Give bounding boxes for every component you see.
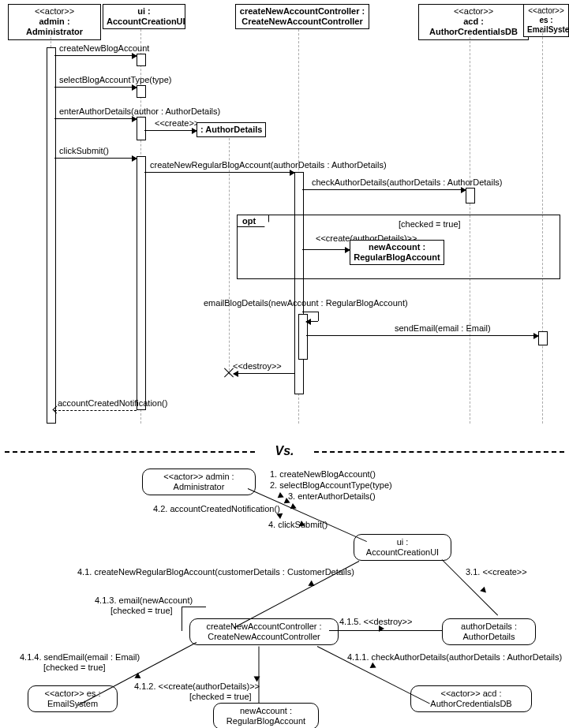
stereotype: <<actor>> [163, 472, 203, 481]
message-label: accountCreatedNotification() [58, 398, 167, 408]
msg-label: 2. selectBlogAccountType(type) [270, 480, 392, 490]
link [329, 630, 442, 631]
object-label: ui : AccountCreationUI [366, 537, 439, 557]
message-label: enterAuthorDetails(author : AuthorDetail… [59, 106, 220, 116]
destroy-icon [223, 367, 235, 379]
stereotype: <<actor>> [45, 689, 84, 698]
msg-label: [checked = true] [43, 663, 106, 672]
msg-label: 4.1.3. email(newAccount) [95, 595, 193, 605]
stereotype: <<actor>> [422, 6, 525, 17]
msg-label: 4.1. createNewRegularBlogAccount(custome… [77, 567, 354, 577]
message-arrow [306, 335, 538, 336]
activation [137, 85, 146, 98]
dir-arrow [254, 677, 260, 682]
msg-label: 3.1. <<create>> [466, 567, 527, 577]
message-arrow [302, 249, 350, 250]
msg-label: 4.2. accountCreatedNotification() [153, 504, 280, 513]
object-label: newAccount : RegularBlogAccount [354, 242, 440, 263]
message-arrow [144, 172, 294, 173]
object-account: newAccount : RegularBlogAccount [213, 703, 319, 728]
message-label: <<destroy>> [233, 361, 282, 371]
created-object-account: newAccount : RegularBlogAccount [350, 240, 444, 265]
message-arrow [54, 158, 137, 159]
activation [137, 117, 146, 140]
object-label: authorDetails : AuthorDetails [461, 622, 517, 641]
message-label: emailBlogDetails(newAccount : RegularBlo… [204, 298, 408, 308]
opt-tab: opt [237, 215, 269, 227]
participant-es: <<actor>> es : EmailSystem [523, 4, 569, 37]
message-label: sendEmail(email : Email) [395, 323, 491, 333]
participant-ui: ui : AccountCreationUI [103, 4, 185, 29]
msg-label: [checked = true] [110, 606, 173, 615]
participant-ctrl: createNewAccountController : CreateNewAc… [235, 4, 369, 29]
object-admin: <<actor>> admin : Administrator [142, 469, 256, 495]
participant-label: admin : Administrator [12, 17, 97, 37]
stereotype: <<actor>> [527, 6, 565, 16]
dir-arrow [370, 663, 378, 670]
msg-label: 3. enterAuthorDetails() [288, 491, 376, 501]
dir-arrow [278, 492, 286, 500]
activation [294, 172, 304, 394]
communication-diagram: <<actor>> admin : Administrator ui : Acc… [0, 465, 569, 728]
message-label: createNewBlogAccount [59, 43, 149, 53]
msg-label: 4.1.4. sendEmail(email : Email) [20, 652, 140, 662]
message-arrow [144, 130, 197, 131]
participant-label: acd : AuthorCredentialsDB [422, 17, 525, 37]
message-label: createNewRegularBlogAccount(authorDetail… [150, 160, 387, 170]
self-call [302, 312, 318, 312]
object-label: : AuthorDetails [200, 125, 262, 135]
object-ui: ui : AccountCreationUI [354, 534, 451, 561]
stereotype: <<actor>> [440, 689, 480, 698]
participant-label: createNewAccountController : CreateNewAc… [239, 6, 365, 27]
object-acd: <<actor>> acd : AuthorCredentialsDB [410, 685, 532, 712]
message-label: selectBlogAccountType(type) [59, 75, 171, 84]
activation [137, 156, 146, 410]
guard-label: [checked = true] [399, 219, 461, 229]
dir-arrow [480, 587, 489, 595]
message-arrow [302, 189, 466, 190]
vs-divider: Vs. [0, 438, 569, 465]
message-arrow [54, 118, 137, 119]
object-label: newAccount : RegularBlogAccount [226, 706, 305, 726]
object-ad: authorDetails : AuthorDetails [442, 618, 536, 645]
link [259, 647, 260, 704]
participant-label: es : EmailSystem [527, 16, 565, 35]
object-label: createNewAccountController : CreateNewAc… [206, 622, 321, 641]
created-object-authordetails: : AuthorDetails [197, 122, 266, 137]
activation [466, 188, 475, 203]
object-es: <<actor>> es : EmailSystem [28, 685, 118, 712]
msg-label: 4. clickSubmit() [268, 520, 328, 529]
msg-label: 4.1.1. checkAuthorDetails(authorDetails … [347, 652, 562, 662]
message-arrow [234, 373, 294, 374]
activation [538, 331, 548, 345]
participant-acd: <<actor>> acd : AuthorCredentialsDB [418, 4, 529, 40]
msg-label: [checked = true] [189, 692, 252, 701]
message-arrow [54, 55, 137, 56]
lifeline [229, 138, 230, 375]
self-call [318, 312, 319, 321]
message-arrow [54, 87, 137, 88]
participant-admin: <<actor>> admin : Administrator [8, 4, 101, 40]
message-label: checkAuthorDetails(authorDetails : Autho… [312, 177, 503, 187]
object-ctrl: createNewAccountController : CreateNewAc… [189, 618, 339, 645]
dir-arrow [379, 625, 384, 632]
divider-line [314, 451, 564, 453]
sequence-diagram: <<actor>> admin : Administrator ui : Acc… [0, 0, 569, 438]
activation [47, 47, 56, 424]
dir-arrow [133, 673, 141, 681]
participant-label: ui : AccountCreationUI [107, 6, 182, 27]
message-label: <<create>> [155, 118, 199, 128]
msg-label: 1. createNewBlogAccount() [270, 469, 376, 479]
stereotype: <<actor>> [12, 6, 97, 17]
message-label: clickSubmit() [59, 146, 109, 155]
msg-label: 4.1.2. <<create(authorDetails)>> [134, 681, 260, 691]
divider-line [5, 451, 255, 453]
self-link [182, 607, 206, 631]
return-arrow [54, 410, 137, 411]
activation [137, 54, 146, 66]
self-call [306, 321, 318, 322]
msg-label: 4.1.5. <<destroy>> [339, 617, 412, 626]
vs-label: Vs. [275, 444, 294, 457]
